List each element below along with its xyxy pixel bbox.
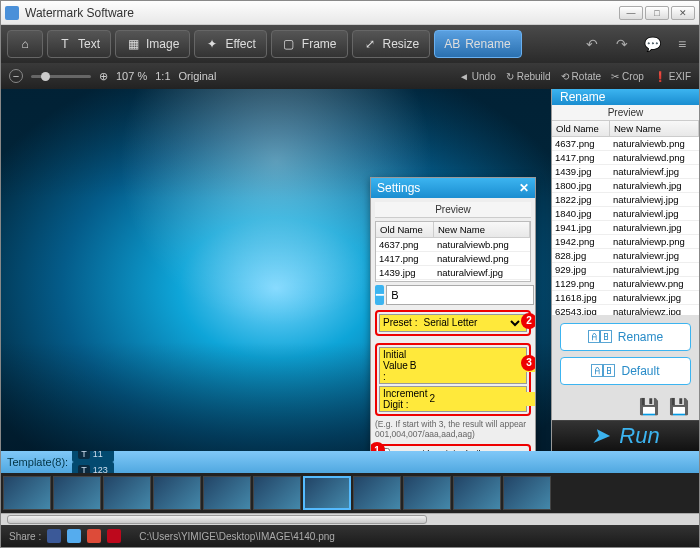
- home-icon: ⌂: [18, 37, 32, 51]
- zoom-ratio[interactable]: 1:1: [155, 70, 170, 82]
- maximize-button[interactable]: □: [645, 6, 669, 20]
- thumbnail[interactable]: [503, 476, 551, 510]
- run-button[interactable]: ➤ Run: [552, 420, 699, 451]
- increment-digit-input[interactable]: [429, 392, 535, 406]
- thumbnail[interactable]: [3, 476, 51, 510]
- table-row[interactable]: 1417.pngnaturalviewd.png: [376, 252, 530, 266]
- effect-icon: ✦: [205, 37, 219, 51]
- remove-token-button[interactable]: −: [375, 285, 384, 305]
- thumbnail[interactable]: [453, 476, 501, 510]
- app-title: Watermark Software: [25, 6, 619, 20]
- table-row[interactable]: 828.jpgnaturalviewr.jpg: [552, 249, 699, 263]
- minimize-button[interactable]: —: [619, 6, 643, 20]
- frame-icon: ▢: [282, 37, 296, 51]
- exif-tool[interactable]: ❗EXIF: [654, 71, 691, 82]
- home-button[interactable]: ⌂: [7, 30, 43, 58]
- rename-ab-icon: 🄰🄱: [588, 330, 612, 344]
- settings-close-icon[interactable]: ✕: [519, 181, 529, 195]
- table-row[interactable]: 4637.pngnaturalviewb.png: [376, 238, 530, 252]
- table-row[interactable]: 1417.pngnaturalviewd.png: [552, 151, 699, 165]
- undo-icon[interactable]: ↶: [581, 33, 603, 55]
- step-badge-3: 3: [521, 355, 535, 371]
- step-badge-1: 1: [371, 442, 385, 451]
- table-row[interactable]: 1800.jpgnaturalviewh.jpg: [552, 179, 699, 193]
- effect-button[interactable]: ✦Effect: [194, 30, 266, 58]
- zoom-original[interactable]: Original: [179, 70, 217, 82]
- crop-tool[interactable]: ✂Crop: [611, 71, 644, 82]
- table-row[interactable]: 1822.jpgnaturalviewj.jpg: [552, 193, 699, 207]
- save-icon[interactable]: 💾: [639, 397, 659, 416]
- thumbnail[interactable]: [53, 476, 101, 510]
- table-row[interactable]: 11618.jpgnaturalviewx.jpg: [552, 291, 699, 305]
- google-plus-icon[interactable]: [87, 529, 101, 543]
- settings-preview-table: Old Name New Name 4637.pngnaturalviewb.p…: [375, 221, 531, 282]
- initial-value-label: Initial Value :: [383, 349, 408, 382]
- token-input[interactable]: [386, 285, 534, 305]
- thumbnail[interactable]: [203, 476, 251, 510]
- table-row[interactable]: 1942.pngnaturalviewp.png: [552, 235, 699, 249]
- pinterest-icon[interactable]: [107, 529, 121, 543]
- titlebar: Watermark Software — □ ✕: [1, 1, 699, 25]
- twitter-icon[interactable]: [67, 529, 81, 543]
- table-row[interactable]: 1941.jpgnaturalviewn.jpg: [552, 221, 699, 235]
- preset-label: Preset :: [383, 317, 417, 328]
- thumbnail-strip[interactable]: [1, 473, 699, 513]
- zoom-fit-icon[interactable]: ⊕: [99, 70, 108, 83]
- close-button[interactable]: ✕: [671, 6, 695, 20]
- table-row[interactable]: 4637.pngnaturalviewb.png: [552, 137, 699, 151]
- default-action-button[interactable]: 🄰🄱Default: [560, 357, 691, 385]
- facebook-icon[interactable]: [47, 529, 61, 543]
- thumbnail[interactable]: [253, 476, 301, 510]
- settings-preview-label: Preview: [375, 202, 531, 218]
- table-row[interactable]: 929.jpgnaturalviewt.jpg: [552, 263, 699, 277]
- template-bar: Template(8): T1T11T123Tkk: [1, 451, 699, 473]
- rename-action-button[interactable]: 🄰🄱Rename: [560, 323, 691, 351]
- table-row[interactable]: 1439.jpgnaturalviewf.jpg: [376, 266, 530, 280]
- zoom-slider[interactable]: [31, 75, 91, 78]
- frame-button[interactable]: ▢Frame: [271, 30, 348, 58]
- table-row[interactable]: 1840.jpgnaturalviewl.jpg: [552, 207, 699, 221]
- thumbnail-selected[interactable]: [303, 476, 351, 510]
- share-label: Share :: [9, 531, 41, 542]
- table-row[interactable]: 1800.jpgnaturalviewh.jpg: [376, 280, 530, 282]
- default-ab-icon: 🄰🄱: [591, 364, 615, 378]
- table-row[interactable]: 62543.jpgnaturalviewz.jpg: [552, 305, 699, 314]
- rename-sidebar-title: Rename: [552, 89, 699, 105]
- redo-icon[interactable]: ↷: [611, 33, 633, 55]
- step-badge-2: 2: [521, 313, 535, 329]
- rotate-tool[interactable]: ⟲Rotate: [561, 71, 601, 82]
- rebuild-tool[interactable]: ↻Rebuild: [506, 71, 551, 82]
- scrollbar-thumb[interactable]: [7, 515, 427, 524]
- start-original-option[interactable]: Start with Original Filename: [379, 448, 527, 451]
- initial-value-input[interactable]: [410, 358, 535, 372]
- text-button[interactable]: TText: [47, 30, 111, 58]
- undo-tool[interactable]: ◄Undo: [459, 71, 496, 82]
- zoom-out-button[interactable]: −: [9, 69, 23, 83]
- settings-example-note: (E.g. If start with 3, the result will a…: [375, 419, 531, 439]
- status-bar: Share : C:\Users\YIMIGE\Desktop\IMAGE\41…: [1, 525, 699, 547]
- horizontal-scrollbar[interactable]: [1, 513, 699, 525]
- app-window: Watermark Software — □ ✕ ⌂ TText ▦Image …: [0, 0, 700, 548]
- rename-icon: AB: [445, 37, 459, 51]
- rename-button[interactable]: ABRename: [434, 30, 521, 58]
- table-row[interactable]: 1439.jpgnaturalviewf.jpg: [552, 165, 699, 179]
- thumbnail[interactable]: [103, 476, 151, 510]
- app-icon: [5, 6, 19, 20]
- sub-toolbar: − ⊕ 107 % 1:1 Original ◄Undo ↻Rebuild ⟲R…: [1, 63, 699, 89]
- preset-select[interactable]: Serial Letter: [419, 316, 523, 330]
- sidebar-preview-table: Old Name New Name 4637.pngnaturalviewb.p…: [552, 121, 699, 314]
- table-row[interactable]: 1129.pngnaturalviewv.png: [552, 277, 699, 291]
- thumbnail[interactable]: [153, 476, 201, 510]
- thumbnail[interactable]: [403, 476, 451, 510]
- image-button[interactable]: ▦Image: [115, 30, 190, 58]
- increment-digit-label: Increment Digit :: [383, 388, 427, 410]
- resize-button[interactable]: ⤢Resize: [352, 30, 431, 58]
- main-toolbar: ⌂ TText ▦Image ✦Effect ▢Frame ⤢Resize AB…: [1, 25, 699, 63]
- template-label: Template(8):: [7, 456, 68, 468]
- chat-icon[interactable]: 💬: [641, 33, 663, 55]
- text-icon: T: [58, 37, 72, 51]
- thumbnail[interactable]: [353, 476, 401, 510]
- sidebar-preview-label: Preview: [552, 105, 699, 121]
- menu-icon[interactable]: ≡: [671, 33, 693, 55]
- save-all-icon[interactable]: 💾: [669, 397, 689, 416]
